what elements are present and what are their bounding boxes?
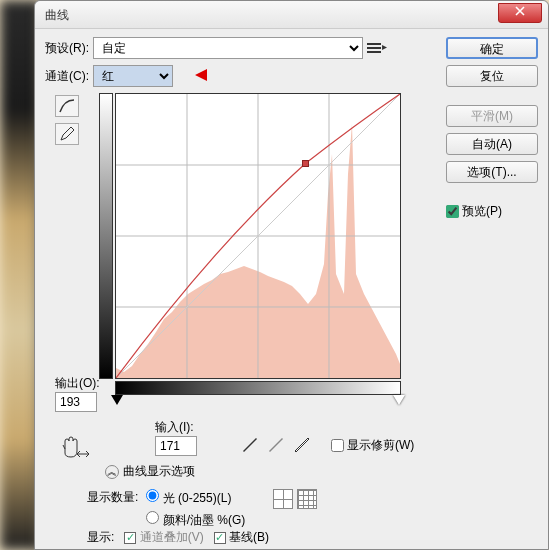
curves-dialog: 曲线 预设(R): 自定 通道(C): 红 <box>34 0 549 550</box>
ok-button[interactable]: 确定 <box>446 37 538 59</box>
display-options-toggle[interactable]: ︽ 曲线显示选项 <box>105 463 195 480</box>
preset-menu-icon[interactable] <box>367 41 385 55</box>
smooth-button[interactable]: 平滑(M) <box>446 105 538 127</box>
gray-eyedropper[interactable] <box>267 435 285 453</box>
channel-label: 通道(C): <box>45 68 89 85</box>
grid-simple-button[interactable] <box>273 489 293 509</box>
white-eyedropper[interactable] <box>293 435 311 453</box>
black-eyedropper[interactable] <box>241 435 259 453</box>
black-point-slider[interactable] <box>111 395 123 405</box>
input-label: 输入(I): <box>155 419 197 436</box>
output-label: 输出(O): <box>55 375 100 392</box>
show-clip-label: 显示修剪(W) <box>347 437 414 454</box>
pencil-icon <box>59 126 75 142</box>
arrow-annotation <box>195 66 255 84</box>
adjust-icon <box>77 449 89 459</box>
curve-point[interactable] <box>302 160 309 167</box>
cancel-button[interactable]: 复位 <box>446 65 538 87</box>
show-label: 显示: <box>87 529 114 546</box>
close-icon <box>514 5 526 17</box>
preview-label: 预览(P) <box>462 203 502 220</box>
show-clip-checkbox[interactable] <box>331 439 344 452</box>
preview-checkbox[interactable] <box>446 205 459 218</box>
titlebar[interactable]: 曲线 <box>35 1 548 29</box>
grid-detailed-button[interactable] <box>297 489 317 509</box>
chevron-up-icon: ︽ <box>105 465 119 479</box>
output-gradient <box>99 93 113 379</box>
radio-pigment[interactable]: 颜料/油墨 %(G) <box>146 511 245 529</box>
curve-tool-icon <box>58 98 76 114</box>
auto-button[interactable]: 自动(A) <box>446 133 538 155</box>
hand-tool-button[interactable] <box>59 435 83 462</box>
input-input[interactable] <box>155 436 197 456</box>
white-point-slider[interactable] <box>393 395 405 405</box>
check-baseline[interactable]: ✓ 基线(B) <box>214 529 282 546</box>
preset-label: 预设(R): <box>45 40 89 57</box>
curve-tool-button[interactable] <box>55 95 79 117</box>
close-button[interactable] <box>498 3 542 23</box>
options-button[interactable]: 选项(T)... <box>446 161 538 183</box>
output-input[interactable] <box>55 392 97 412</box>
show-amount-label: 显示数量: <box>87 489 138 506</box>
input-gradient <box>115 381 401 395</box>
display-options-label: 曲线显示选项 <box>123 463 195 480</box>
pencil-tool-button[interactable] <box>55 123 79 145</box>
curve-graph[interactable] <box>115 93 401 379</box>
preset-select[interactable]: 自定 <box>93 37 363 59</box>
check-channel-overlay[interactable]: ✓ 通道叠加(V) <box>124 529 203 546</box>
channel-select[interactable]: 红 <box>93 65 173 87</box>
radio-light[interactable]: 光 (0-255)(L) <box>146 489 245 507</box>
window-title: 曲线 <box>45 8 69 22</box>
